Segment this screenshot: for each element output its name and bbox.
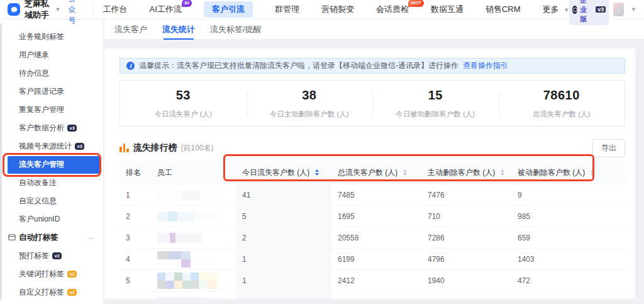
v2-badge: v2 (67, 289, 77, 296)
cell-today-churned: 1 (236, 291, 331, 299)
sort-icon[interactable] (591, 169, 594, 176)
sidebar-item-duplicate-customers[interactable]: 重复客户管理 (0, 101, 103, 119)
sort-icon[interactable] (315, 169, 319, 176)
sidebar-item-preset-tags[interactable]: 预打标签 v2 (0, 247, 103, 265)
cell-passive-deleted: 9 (511, 191, 625, 200)
cell-total-churned: 1695 (331, 212, 421, 221)
stat-label: 今日流失客户 (人) (155, 110, 212, 119)
cell-today-churned: 41 (236, 184, 331, 205)
sidebar-item-customer-data-analysis[interactable]: 客户数据分析 v3 (0, 119, 103, 137)
table-row: 4 1 6199 4796 1403 (119, 249, 625, 270)
ranking-header: 流失排行榜 (前100名) 导出 (119, 139, 625, 157)
nav-item-more[interactable]: 更多 ▼ (543, 4, 570, 15)
cell-today-churned: 2 (236, 227, 331, 248)
sidebar-item-auto-remark[interactable]: 自动改备注 (0, 174, 103, 192)
sidebar-item-custom-info[interactable]: 自定义信息 (0, 192, 103, 210)
brand-name[interactable]: 芝麻私域助手 (25, 0, 53, 21)
cell-passive-deleted: 1403 (511, 255, 625, 264)
tab-churned-customers[interactable]: 流失客户 (114, 20, 147, 40)
cell-total-churned: 6199 (331, 255, 421, 264)
sidebar-item-video-source-stats[interactable]: 视频号来源统计 v3 (0, 137, 103, 155)
app-logo-icon (8, 3, 20, 16)
sort-icon[interactable] (403, 169, 407, 176)
cell-active-deleted: 4796 (421, 255, 511, 264)
active-sidebar-item[interactable]: 流失客户管理 (8, 156, 99, 174)
sidebar-item-label: 关键词打标签 (19, 269, 64, 279)
ranking-title: 流失排行榜 (133, 142, 177, 154)
notice-text: 温馨提示：流失客户现已支持批量清除流失客户啦，请登录【移动端企业微信-通讯录】进… (139, 60, 458, 71)
chevron-up-icon: ︿ (88, 234, 94, 241)
employee-name-blurred (157, 211, 217, 222)
app-window: 芝麻私域助手 ▼ 公众号 工作台 AI工作流 AI 客户引流 群管理 营销裂变 … (0, 0, 644, 304)
content-card: i 温馨提示：流失客户现已支持批量清除流失客户啦，请登录【移动端企业微信-通讯录… (104, 48, 635, 299)
top-nav-right: 企业版 v3 ▼ (569, 0, 636, 25)
col-header-passive-deleted[interactable]: 被动删除客户数 (人) (511, 167, 625, 178)
plan-crown-icon (572, 6, 577, 14)
plan-version-badge: v3 (596, 6, 606, 13)
stat-label: 今日被动删除客户数 (人) (396, 110, 475, 119)
chevron-down-icon[interactable]: ▼ (55, 6, 61, 13)
stat-total-churned: 78610 总流失客户数 (人) (499, 81, 625, 126)
avatar[interactable] (613, 3, 624, 16)
cell-rank: 2 (119, 212, 151, 221)
sidebar-item-label: 流失客户管理 (19, 159, 64, 170)
cell-employee (151, 190, 236, 200)
sidebar-item-customer-unionid[interactable]: 客户unionID (0, 210, 103, 228)
col-header-label: 主动删除客户数 (人) (428, 168, 495, 177)
cell-active-deleted: 7476 (421, 191, 511, 200)
sort-icon[interactable] (501, 169, 504, 176)
cell-active-deleted: 7286 (421, 234, 511, 242)
plan-name: 企业版 (580, 0, 593, 24)
tab-bar: 流失客户 流失统计 流失标签/提醒 (104, 20, 644, 40)
notice-guide-link[interactable]: 查看操作指引 (463, 60, 508, 71)
employee-name-blurred (157, 233, 203, 243)
nav-item-sales-crm[interactable]: 销售CRM (486, 4, 521, 15)
col-header-today-churned[interactable]: 今日流失客户数 (人) (236, 167, 331, 178)
stat-value: 38 (302, 88, 316, 103)
tab-churn-tags-reminder[interactable]: 流失标签/提醒 (210, 20, 262, 40)
nav-item-label: 会话质检 (376, 4, 409, 14)
sidebar-item-churned-customers[interactable]: 流失客户管理 (0, 155, 103, 174)
employee-name-blurred (157, 190, 217, 200)
main-content: 流失客户 流失统计 流失标签/提醒 i 温馨提示：流失客户现已支持批量清除流失客… (104, 20, 644, 304)
nav-item-workbench[interactable]: 工作台 (103, 4, 128, 15)
sidebar-item-custom-tagging[interactable]: 自定义打标签 v2 (0, 283, 103, 301)
stats-panel: 53 今日流失客户 (人) 38 今日主动删除客户数 (人) 15 今日被动删除… (119, 80, 625, 127)
sidebar-item-followup-records[interactable]: 客户跟进记录 (0, 82, 103, 101)
sidebar-item-label: 自定义打标签 (19, 287, 64, 298)
nav-item-group-management[interactable]: 群管理 (275, 4, 299, 15)
nav-item-ai-workflow[interactable]: AI工作流 AI (150, 4, 182, 15)
sidebar-item-label: 客户数据分析 (19, 123, 64, 133)
stat-value: 53 (176, 88, 191, 103)
stat-label: 今日主动删除客户数 (人) (270, 110, 349, 119)
sidebar-item-business-rule-tags[interactable]: 业务规则标签 (0, 28, 103, 46)
cell-employee (151, 251, 236, 267)
nav-item-data-exchange[interactable]: 数据互通 (431, 4, 464, 15)
cell-rank: 5 (119, 276, 151, 285)
sidebar-item-user-inheritance[interactable]: 用户继承 (0, 46, 103, 64)
divider (92, 4, 93, 15)
nav-item-marketing-fission[interactable]: 营销裂变 (321, 4, 354, 15)
account-type-link[interactable]: 公众号 (68, 0, 81, 26)
stat-label: 总流失客户数 (人) (533, 110, 590, 119)
cell-rank: 4 (119, 255, 151, 264)
export-button[interactable]: 导出 (592, 139, 625, 157)
sidebar-item-todo-info[interactable]: 待办信息 (0, 64, 103, 82)
stat-value: 15 (428, 88, 443, 103)
cell-active-deleted: 919 (421, 298, 511, 300)
chevron-down-icon[interactable]: ▼ (631, 6, 636, 13)
sidebar-item-label: 预打标签 (19, 251, 49, 261)
nav-item-label: 更多 (543, 4, 559, 14)
sidebar-item-keyword-tagging[interactable]: 关键词打标签 v2 (0, 265, 103, 283)
tab-churn-statistics[interactable]: 流失统计 (162, 20, 195, 40)
bar-chart-icon (119, 144, 129, 152)
cell-employee (151, 297, 236, 300)
nav-item-chat-inspection[interactable]: 会话质检 HOT (376, 4, 409, 15)
sidebar-section-auto-tagging[interactable]: 自动打标签 ︿ (0, 228, 103, 247)
col-header-total-churned[interactable]: 总流失客户数 (人) (331, 167, 421, 178)
table-row: 5 1 2412 1940 472 (119, 270, 625, 291)
table-row: 2 5 1695 710 985 (119, 206, 625, 227)
col-header-active-deleted[interactable]: 主动删除客户数 (人) (421, 167, 511, 178)
col-header-label: 被动删除客户数 (人) (518, 168, 585, 177)
nav-item-customer-acquisition[interactable]: 客户引流 (204, 1, 253, 18)
